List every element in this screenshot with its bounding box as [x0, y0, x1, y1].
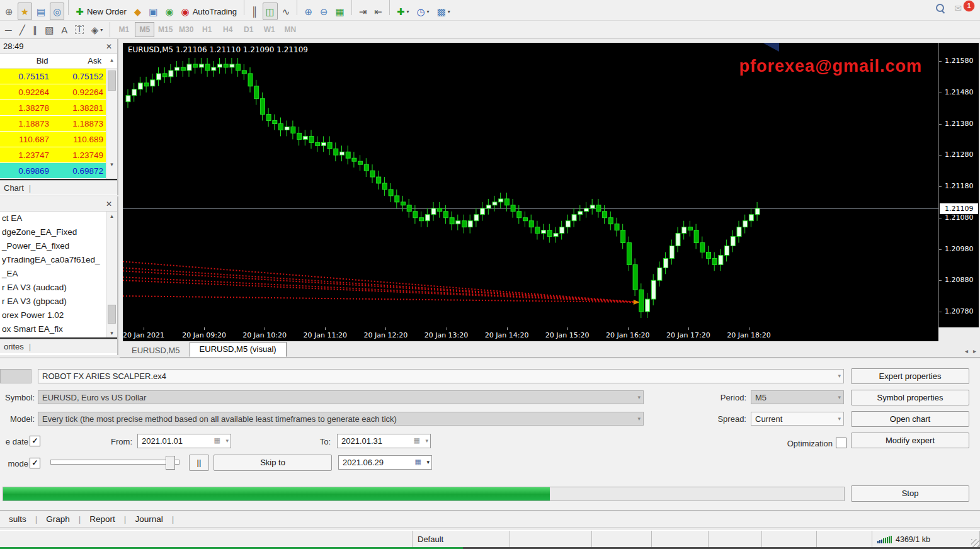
navigator-item[interactable]: ox Smart EA_fix — [0, 322, 117, 336]
timeframe-button-m15[interactable]: M15 — [156, 22, 175, 37]
expert-properties-button[interactable]: Expert properties — [851, 368, 969, 384]
truncated-combo[interactable] — [0, 369, 31, 383]
arrows-tool-button[interactable]: ◈▾ — [88, 21, 106, 38]
auto-scroll-button[interactable]: ⇥ — [356, 3, 370, 20]
close-icon[interactable]: ✕ — [104, 200, 114, 208]
new-chart-button[interactable]: ✚▾ — [394, 3, 413, 20]
optimization-checkbox[interactable] — [836, 438, 846, 448]
text-tool-button[interactable]: A — [58, 21, 71, 38]
navigator-scrollbar[interactable]: ▴▾ — [106, 212, 117, 337]
scroll-up-icon[interactable]: ▴ — [106, 213, 117, 219]
status-profile-cell[interactable]: Default — [413, 531, 510, 548]
symbol-combo[interactable]: EURUSD, Euro vs US Dollar▾ — [38, 390, 644, 404]
scroll-left-icon[interactable]: ◂ — [965, 348, 968, 354]
tester-tab-graph[interactable]: Graph — [37, 514, 79, 524]
tester-tab-journal[interactable]: Journal — [126, 514, 171, 524]
quote-row[interactable]: 1.382781.38281 — [0, 100, 117, 116]
new-order-button[interactable]: ✚New Order — [72, 3, 129, 20]
navigator-item[interactable]: _EA — [0, 267, 117, 281]
quote-row[interactable]: 0.751510.75152 — [0, 69, 117, 84]
candlestick-chart-button[interactable]: ◫ — [263, 3, 278, 20]
pause-button[interactable]: || — [189, 455, 209, 471]
resize-grip[interactable] — [971, 539, 980, 548]
from-date-field[interactable]: 2021.01.01▦▾ — [137, 434, 231, 448]
quote-row[interactable]: 1.237471.23749 — [0, 147, 117, 163]
speed-slider[interactable] — [50, 460, 179, 465]
tester-tab-sults[interactable]: sults — [0, 514, 35, 524]
timeframe-button-mn[interactable]: MN — [280, 22, 300, 37]
navigator-item[interactable]: ct EA — [0, 212, 117, 225]
scroll-down-icon[interactable]: ▾ — [106, 161, 117, 167]
autotrading-button[interactable]: ◉AutoTrading — [178, 3, 240, 20]
scroll-down-icon[interactable]: ▾ — [106, 330, 117, 336]
chart-shift-button[interactable]: ⇤ — [371, 3, 385, 20]
visual-mode-checkbox[interactable]: ✓ — [30, 458, 40, 468]
scroll-up-icon[interactable]: ▴ — [106, 54, 117, 68]
tab-favorites[interactable]: orites — [4, 342, 24, 351]
terminal-button[interactable]: ▣ — [145, 3, 161, 20]
toolbar-separator — [297, 0, 297, 15]
sounds-button[interactable]: ◉ — [162, 3, 176, 20]
profiles-button[interactable]: ★ — [18, 3, 32, 20]
time-tick — [204, 327, 205, 330]
skip-date-field[interactable]: 2021.06.29▦▾ — [338, 455, 432, 470]
tab-chart[interactable]: Chart — [4, 183, 24, 193]
open-chart-button[interactable]: Open chart — [851, 411, 969, 427]
label-tool-button[interactable]: T — [72, 21, 86, 38]
skip-to-button[interactable]: Skip to — [214, 455, 332, 471]
timeframe-button-h4[interactable]: H4 — [218, 22, 237, 37]
spread-combo[interactable]: Current▾ — [751, 412, 844, 426]
scroll-right-icon[interactable]: ▸ — [973, 348, 976, 354]
timeframe-button-w1[interactable]: W1 — [259, 22, 279, 37]
crosshair-button[interactable]: ⊕ — [2, 3, 16, 20]
search-icon[interactable] — [936, 4, 945, 13]
fibonacci-tool-button[interactable]: ▧ — [42, 21, 57, 38]
chart-tab[interactable]: EURUSD,M5 — [122, 344, 190, 357]
navigator-item[interactable]: r EA V3 (audcad) — [0, 281, 117, 295]
period-combo[interactable]: M5▾ — [751, 390, 844, 404]
line-tool-button[interactable]: ─ — [2, 21, 15, 38]
chevron-down-icon: ▾ — [407, 9, 409, 14]
quote-row[interactable]: 0.698690.69872 — [0, 163, 117, 179]
market-watch-scrollbar[interactable]: ▾ — [106, 69, 117, 179]
zoom-out-button[interactable]: ⊖ — [317, 3, 331, 20]
data-window-button[interactable]: ▤ — [33, 3, 48, 20]
quote-row[interactable]: 110.687110.689 — [0, 132, 117, 147]
speed-slider-handle[interactable] — [166, 456, 175, 470]
metaeditor-button[interactable]: ◆ — [131, 3, 145, 20]
use-date-checkbox[interactable]: ✓ — [30, 436, 40, 446]
to-date-field[interactable]: 2021.01.31▦▾ — [337, 434, 431, 448]
line-chart-button[interactable]: ∿ — [279, 3, 293, 20]
navigator-list: ct EAdgeZone_EA_Fixed_Power_EA_fixedyTra… — [0, 212, 117, 337]
periods-button[interactable]: ◷▾ — [414, 3, 433, 20]
quote-row[interactable]: 0.922640.92264 — [0, 84, 117, 100]
timeframe-button-m30[interactable]: M30 — [176, 22, 196, 37]
timeframe-button-d1[interactable]: D1 — [239, 22, 258, 37]
notifications-icon[interactable]: ✉ — [954, 3, 962, 13]
navigator-item[interactable]: r EA V3 (gbpcad) — [0, 295, 117, 308]
navigator-item[interactable]: orex Power 1.02 — [0, 308, 117, 322]
chart-tab[interactable]: EURUSD,M5 (visual) — [190, 342, 287, 357]
quote-row[interactable]: 1.188731.18873 — [0, 116, 117, 132]
modify-expert-button[interactable]: Modify expert — [851, 433, 969, 448]
zoom-in-button[interactable]: ⊕ — [301, 3, 316, 20]
timeframe-button-m5[interactable]: M5 — [135, 22, 154, 37]
navigator-item[interactable]: yTradingEA_ca0a7f61ed_ — [0, 253, 117, 267]
navigator-item[interactable]: _Power_EA_fixed — [0, 239, 117, 253]
symbol-properties-button[interactable]: Symbol properties — [851, 390, 969, 405]
templates-button[interactable]: ▩▾ — [434, 3, 453, 20]
close-icon[interactable]: ✕ — [104, 42, 114, 51]
bar-chart-button[interactable]: ║ — [248, 3, 261, 20]
timeframe-button-m1[interactable]: M1 — [114, 22, 134, 37]
timeframe-button-h1[interactable]: H1 — [197, 22, 217, 37]
stop-button[interactable]: Stop — [851, 485, 969, 502]
trendline-tool-button[interactable]: ╱ — [16, 21, 28, 38]
tester-tab-report[interactable]: Report — [81, 514, 124, 524]
channel-tool-button[interactable]: ∥ — [30, 21, 41, 38]
tile-windows-button[interactable]: ▦ — [333, 3, 348, 20]
navigator-item[interactable]: dgeZone_EA_Fixed — [0, 225, 117, 239]
expert-combo[interactable]: ROBOT FX ARIES SCALPER.ex4▾ — [38, 369, 844, 383]
model-combo[interactable]: Every tick (the most precise method base… — [38, 412, 644, 426]
notification-badge[interactable]: 1 — [963, 0, 975, 12]
strategy-tester-button[interactable]: ◎ — [50, 3, 64, 20]
